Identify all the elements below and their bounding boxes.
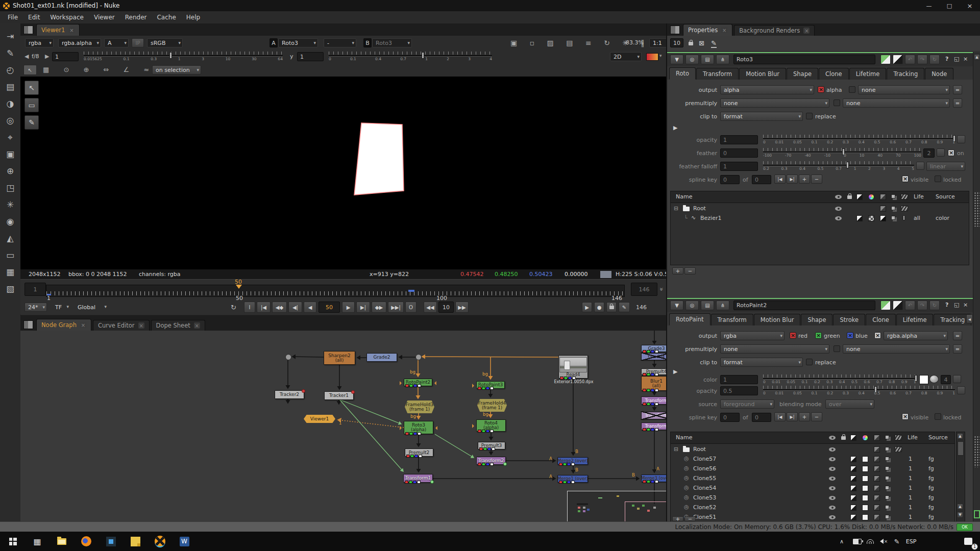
premultiply-right-dropdown[interactable]: none <box>843 98 950 108</box>
flag-button[interactable]: I <box>244 302 255 313</box>
feather-sample-field[interactable]: 2 <box>923 148 935 158</box>
locked-checkbox[interactable] <box>935 176 941 182</box>
scrollbar-grip[interactable] <box>974 436 980 467</box>
toolbar-draw-icon[interactable]: ✎ <box>4 46 17 60</box>
close-panel-icon[interactable]: × <box>963 56 968 62</box>
volume-muted-icon[interactable]: × <box>876 535 889 548</box>
revert-icon[interactable]: ↻ <box>929 55 940 64</box>
output-right-dropdown[interactable]: rgba.alpha <box>884 331 948 340</box>
channels-enabled-icon[interactable] <box>880 55 891 64</box>
visible-checkbox[interactable] <box>902 413 909 420</box>
alpha-checkbox[interactable] <box>818 86 824 93</box>
node-transform-c[interactable]: Transform <box>641 422 666 430</box>
visible-checkbox[interactable] <box>902 176 909 182</box>
blue-checkbox[interactable] <box>847 332 853 339</box>
undo-icon[interactable]: ↶ <box>905 300 915 310</box>
zoom-level[interactable]: 83.3% <box>626 39 644 46</box>
pane-menu-icon[interactable] <box>670 26 680 34</box>
opacity-slider[interactable]: 00.010.050.10.20.30.40.50.60.70.80.91 <box>763 386 955 396</box>
node-transform-a[interactable]: Transform <box>641 396 666 405</box>
key-index-field[interactable]: 0 <box>720 175 740 184</box>
float-panel-icon[interactable]: ◱ <box>954 302 959 308</box>
toolbar-filter-icon[interactable]: ◎ <box>4 114 17 127</box>
step-field[interactable]: 10 <box>438 302 454 313</box>
feather-slider[interactable]: -100-70-40-100104070100 <box>763 148 921 158</box>
tray-expand-icon[interactable]: ∧ <box>835 535 848 548</box>
replace-checkbox[interactable] <box>806 113 813 119</box>
node-tracker1[interactable]: Tracker1 <box>324 391 354 400</box>
a-node-dropdown[interactable]: Roto3 <box>278 38 318 47</box>
add-key-button[interactable]: + <box>799 174 810 184</box>
node-sharpen2[interactable]: Sharpen2(all) <box>324 351 355 365</box>
node-transform2[interactable]: Transform2 <box>476 457 506 465</box>
record-icon[interactable]: ● <box>594 302 604 312</box>
loop-mode-icon[interactable]: ↻ <box>231 304 236 311</box>
sticky-notes-icon[interactable] <box>129 535 142 548</box>
node-premult4[interactable]: Premult4 <box>641 368 666 375</box>
close-panel-icon[interactable]: × <box>963 302 968 308</box>
next-key-button[interactable]: ▶| <box>787 174 798 184</box>
scroll-thumb[interactable] <box>958 441 964 456</box>
eye-icon[interactable] <box>829 447 836 452</box>
tab-curve-editor[interactable]: Curve Editor× <box>93 320 150 331</box>
add-key-button[interactable]: + <box>799 412 810 421</box>
feather-field[interactable]: 0 <box>720 148 758 158</box>
b-node-dropdown[interactable]: Roto3 <box>372 38 412 47</box>
wipe-dropdown[interactable]: - <box>324 38 356 47</box>
channels-bw-icon[interactable] <box>893 55 903 64</box>
clip-to-dropdown[interactable]: format <box>720 358 803 367</box>
help-icon[interactable]: ? <box>945 56 948 62</box>
tab-dope-sheet[interactable]: Dope Sheet× <box>151 320 205 331</box>
play-flipbook-icon[interactable]: ▶ <box>582 302 592 312</box>
node-transform-b-disabled[interactable]: Transform <box>641 412 666 419</box>
channels-enabled-icon[interactable] <box>880 300 891 310</box>
close-icon[interactable]: × <box>803 28 810 34</box>
node-tracker2[interactable]: Tracker2 <box>275 390 304 399</box>
disclosure-icon[interactable]: ▶ <box>673 368 677 375</box>
table-row-clone56[interactable]: ◎Clone56 1 fg <box>671 465 954 473</box>
tabs-scroll-left-icon[interactable]: ◂ <box>966 314 973 323</box>
prev-key-button[interactable]: |◀ <box>774 174 786 184</box>
center-node-icon[interactable]: ◎ <box>685 300 699 310</box>
toolbar-image-icon[interactable]: ⇥ <box>4 30 17 43</box>
gamma-field[interactable]: 1 <box>297 52 324 61</box>
menu-cache[interactable]: Cache <box>152 12 180 22</box>
range-mode-dropdown[interactable]: Global <box>75 303 108 312</box>
center-node-icon[interactable]: ◎ <box>685 55 699 64</box>
wrench-icon[interactable]: ⋔ <box>716 55 729 64</box>
lock-column-icon[interactable] <box>841 436 846 440</box>
feather-on-checkbox[interactable] <box>948 149 954 156</box>
range-end-field[interactable]: 146 <box>631 283 657 296</box>
revert-icon[interactable]: ↻ <box>929 300 940 310</box>
view-mode-dropdown[interactable]: 2D <box>610 52 642 61</box>
scroll-up-icon[interactable]: ▲ <box>974 54 980 60</box>
layers-column-icon[interactable] <box>891 194 895 198</box>
name-column-header[interactable]: Name <box>676 193 692 200</box>
table-row-bezier1[interactable]: └ ∿ Bezier1 all color <box>671 214 969 223</box>
fstop-next-icon[interactable]: ▶ <box>45 53 49 60</box>
tab-node-graph[interactable]: Node Graph× <box>36 319 91 331</box>
tab-roto[interactable]: Roto <box>669 67 696 80</box>
toolbar-particles-icon[interactable]: ✳ <box>4 198 17 211</box>
equals-button[interactable]: = <box>953 85 962 94</box>
color-column-icon[interactable] <box>868 194 874 200</box>
color-swatch[interactable] <box>919 375 928 384</box>
motionblur-column-icon[interactable] <box>895 435 902 440</box>
next-key-button[interactable]: ▶| <box>787 412 798 421</box>
postage-stamp-icon[interactable]: ▤ <box>701 300 714 310</box>
fstop-prev-icon[interactable]: ◀ <box>24 53 29 60</box>
overlay-column-icon[interactable] <box>874 435 880 441</box>
premultiply-checkbox[interactable] <box>834 99 840 106</box>
toolbar-views-icon[interactable]: ◭ <box>4 232 17 245</box>
scroll-down-icon[interactable]: ▼ <box>957 512 963 518</box>
undo-icon[interactable]: ↶ <box>905 55 915 64</box>
scrollbar-grip[interactable] <box>974 192 980 227</box>
premultiply-dropdown[interactable]: none <box>720 344 829 354</box>
menu-workspace[interactable]: Workspace <box>45 12 88 22</box>
layers-column-icon[interactable] <box>885 435 889 439</box>
node-name-field[interactable]: RotoPaint2 <box>733 300 875 310</box>
close-button[interactable]: × <box>960 0 980 11</box>
toolbar-time-icon[interactable]: ◴ <box>4 63 17 77</box>
tab-viewer1[interactable]: Viewer1× <box>36 24 80 36</box>
add-shape-button[interactable]: + <box>672 267 683 274</box>
